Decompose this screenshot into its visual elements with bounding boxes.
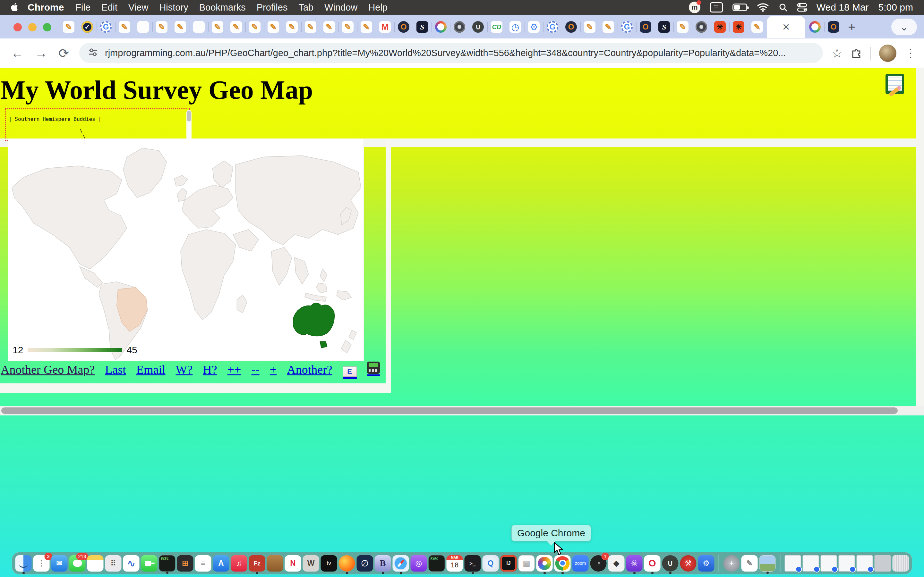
tab-navy-o-favicon[interactable] [636,18,655,36]
dock-firefox-icon[interactable] [339,555,355,572]
dock-notespencil-icon[interactable]: ✎ [741,555,758,572]
window-minimize-button[interactable] [28,23,37,31]
tab-navy-o-favicon[interactable] [824,18,843,36]
dock-graysq-icon[interactable] [875,555,891,572]
tab-dots-favicon[interactable] [431,18,450,36]
link-h[interactable]: H? [203,363,217,377]
control-center-icon[interactable] [797,3,807,12]
battery-icon[interactable] [732,3,747,11]
dock-winthumb-icon[interactable] [821,555,837,572]
tab-overflow-chevron-icon[interactable]: ⌄ [891,19,917,35]
tab-google-favicon[interactable] [97,18,115,36]
tab-pencil-favicon[interactable] [115,18,134,36]
dock-news-icon[interactable]: N [285,555,301,572]
chrome-menu-icon[interactable]: ⋮ [905,47,916,60]
input-source-icon[interactable]: 三 [710,2,723,13]
window-close-button[interactable] [13,23,22,31]
menu-item-file[interactable]: File [75,2,90,13]
dock-trash-icon[interactable] [893,555,909,572]
menu-item-help[interactable]: Help [368,2,388,13]
tab-pencil-favicon[interactable] [338,18,357,36]
tab-google-favicon[interactable] [618,18,636,36]
dock-notes-icon[interactable] [87,555,103,572]
menu-item-history[interactable]: History [159,2,188,13]
tab-pencil-favicon[interactable] [674,18,692,36]
tab-pencil-favicon[interactable] [227,18,246,36]
link-another[interactable]: Another? [287,363,332,377]
menu-item-bookmarks[interactable]: Bookmarks [199,2,246,13]
tab-red-hand-favicon[interactable] [729,18,748,36]
dock-exec-icon[interactable]: EXEC [159,555,176,572]
new-tab-button[interactable]: + [843,18,861,36]
tab-pencil-favicon[interactable] [246,18,264,36]
profile-avatar[interactable] [879,45,897,62]
menu-bar-time[interactable]: 5:00 pm [879,2,913,13]
forward-button[interactable]: → [35,46,47,60]
iframe-right-scrollbar[interactable] [386,140,391,393]
tab-s-mono-favicon[interactable] [413,18,431,36]
menu-item-profiles[interactable]: Profiles [257,2,288,13]
wifi-icon[interactable] [757,3,769,12]
tab-orange-o-favicon[interactable] [562,18,580,36]
tab-gmail-favicon[interactable] [376,18,394,36]
menu-item-tab[interactable]: Tab [298,2,313,13]
tab-orange-o-favicon[interactable] [394,18,413,36]
tab-pencil-favicon[interactable] [580,18,599,36]
dock-finder-icon[interactable] [15,555,32,572]
dock-intellij-icon[interactable]: IJ [501,555,517,572]
tab-gear-favicon[interactable] [525,18,543,36]
tab-pencil-favicon[interactable] [283,18,301,36]
tab-pencil-favicon[interactable] [599,18,618,36]
tab-chrome-gray-favicon[interactable] [692,18,711,36]
dock-calendar-icon[interactable]: MAR18 [447,555,463,572]
email-envelope-icon-link[interactable]: E [342,366,357,379]
menu-bar-date[interactable]: Wed 18 Mar [817,2,869,13]
dock-terminal-icon[interactable]: >_ [465,555,481,572]
link-w[interactable]: W? [176,363,193,377]
dock-calculator-icon[interactable]: ⊞ [177,555,194,572]
dock-palette-icon[interactable] [536,555,553,572]
dock-grapher-icon[interactable]: ∿ [123,555,140,572]
menu-item-view[interactable]: View [128,2,148,13]
window-vertical-scrollbar[interactable] [916,68,924,406]
dock-facetime-icon[interactable] [141,555,158,572]
status-app-notification-icon[interactable]: m [689,2,700,13]
dock-bbedit-icon[interactable]: B [375,555,391,572]
tab-pencil-favicon[interactable] [208,18,227,36]
dock-contacts-icon[interactable] [267,555,283,572]
dock-chrome-icon[interactable] [554,555,571,572]
dock-podcasts-icon[interactable]: ◎ [411,555,427,572]
tab-tooth-favicon[interactable] [469,18,487,36]
active-tab[interactable]: ✕ [767,16,805,38]
dock-photoprev-icon[interactable] [759,555,776,572]
link-email[interactable]: Email [136,363,166,377]
tab-pencil-favicon[interactable] [748,18,766,36]
tab-check-favicon[interactable] [78,18,97,36]
link-[interactable]: ++ [228,363,241,377]
tab-history-clock-favicon[interactable] [506,18,525,36]
tab-blank-favicon[interactable] [190,18,208,36]
dock-winthumb-icon[interactable] [838,555,855,572]
textarea-scrollbar[interactable] [186,110,192,141]
dock-access-icon[interactable]: + [724,555,740,572]
tab-chrome-gray-favicon[interactable] [450,18,469,36]
tab-blank-favicon[interactable] [134,18,152,36]
link-last[interactable]: Last [105,363,126,377]
dock-blocker-icon[interactable]: ∅ [357,555,373,572]
dock-filezilla-icon[interactable]: Fz [249,555,265,572]
tab-pencil-favicon[interactable] [171,18,190,36]
speech-bubble-textarea[interactable]: _________________________ | Southern Hem… [5,108,190,141]
dock-messages-icon[interactable]: 213 [69,555,86,572]
tab-pencil-favicon[interactable] [59,18,78,36]
apple-menu-icon[interactable] [11,3,19,12]
dock-inkscape-icon[interactable]: ◆ [608,555,625,572]
dock-winthumb-icon[interactable] [857,555,873,572]
dock-tooth-icon[interactable]: ∪ [662,555,678,572]
dock-mail-icon[interactable]: ✉ [51,555,68,572]
url-text[interactable]: rjmprogramming.com.au/PHP/GeoChart/geo_c… [105,48,786,58]
tab-red-hand-favicon[interactable] [711,18,729,36]
dock-reminders-icon[interactable]: ⋮3 [33,555,50,572]
back-button[interactable]: ← [11,46,24,60]
dock-quicktime-icon[interactable]: Q [483,555,499,572]
dock-opera-icon[interactable]: O [644,555,661,572]
